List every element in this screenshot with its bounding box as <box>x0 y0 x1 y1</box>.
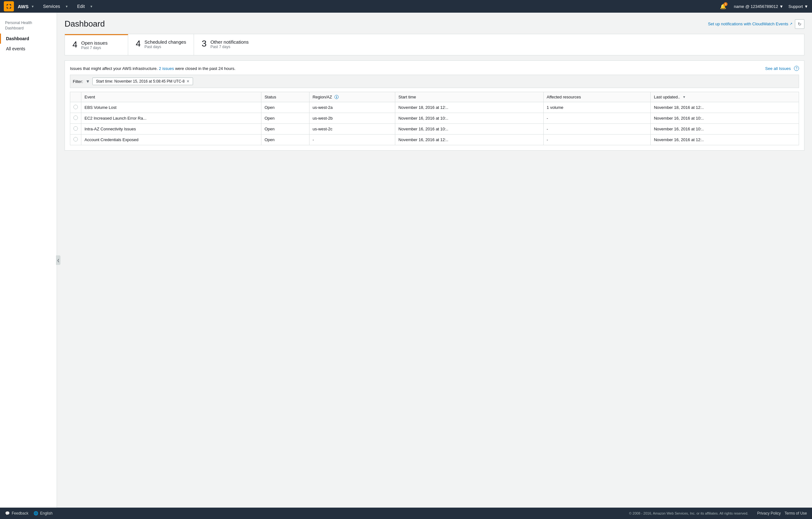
open-issues-label: Open issues <box>81 40 108 46</box>
privacy-policy-link[interactable]: Privacy Policy <box>757 511 781 516</box>
sort-icon: ▼ <box>683 95 686 99</box>
footer-copyright: © 2008 - 2016, Amazon Web Services, Inc.… <box>629 511 748 515</box>
main-content: Dashboard Set up notifications with Clou… <box>57 13 812 508</box>
bell-icon[interactable]: 🔔 1 <box>720 3 726 9</box>
scheduled-count: 4 <box>136 39 141 48</box>
row-last-updated: November 16, 2016 at 10:.. <box>650 113 799 124</box>
open-issues-count: 4 <box>72 40 78 49</box>
see-all-issues-link[interactable]: See all Issues <box>765 66 791 71</box>
main-layout: Personal Health Dashboard Dashboard All … <box>0 13 812 508</box>
sidebar-item-all-events[interactable]: All events <box>0 44 57 54</box>
services-nav[interactable]: Services <box>40 3 63 10</box>
tabs-row: 4 Open issues Past 7 days 4 Scheduled ch… <box>64 34 804 55</box>
top-nav: AWS ▼ Services ▼ Edit ▼ 🔔 1 name @ 12345… <box>0 0 812 13</box>
row-status: Open <box>261 124 309 135</box>
other-label: Other notifications <box>210 39 249 45</box>
terms-of-use-link[interactable]: Terms of Use <box>784 511 807 516</box>
row-affected[interactable]: 1 volume <box>543 102 650 113</box>
col-affected: Affected resources <box>543 92 650 102</box>
open-issues-sub: Past 7 days <box>81 46 108 50</box>
table-header-row: Event Status Region/AZ ℹ Start time Affe… <box>70 92 799 102</box>
chat-icon: 💬 <box>5 511 10 516</box>
aws-brand-arrow: ▼ <box>31 5 34 8</box>
table-row: EC2 Increased Launch Error Ra... Open us… <box>70 113 799 124</box>
footer: 💬 Feedback 🌐 English © 2008 - 2016, Amaz… <box>0 508 812 519</box>
row-last-updated: November 16, 2016 at 10:.. <box>650 124 799 135</box>
other-count: 3 <box>202 39 207 48</box>
row-status: Open <box>261 113 309 124</box>
row-event: Account Credentials Exposed <box>81 135 261 145</box>
services-arrow: ▼ <box>65 5 68 8</box>
radio-circle <box>74 105 78 109</box>
table-row: Account Credentials Exposed Open - Novem… <box>70 135 799 145</box>
radio-circle <box>74 116 78 120</box>
tab-open-issues[interactable]: 4 Open issues Past 7 days <box>65 34 128 55</box>
row-status: Open <box>261 135 309 145</box>
row-checkbox[interactable] <box>70 113 81 124</box>
closed-issues-link[interactable]: 2 issues <box>159 66 174 71</box>
tab-scheduled-changes[interactable]: 4 Scheduled changes Past days <box>128 34 194 55</box>
row-start-time: November 16, 2016 at 10:.. <box>395 113 543 124</box>
cloudwatch-link[interactable]: Set up notifications with CloudWatch Eve… <box>708 22 792 26</box>
scheduled-info: Scheduled changes Past days <box>145 39 186 49</box>
filter-bar: Filter: ▼ Start time: November 15, 2016 … <box>70 75 799 88</box>
issues-header: Issues that might affect your AWS infras… <box>70 66 799 71</box>
sidebar-collapse-button[interactable]: ❮ <box>56 255 60 265</box>
row-checkbox[interactable] <box>70 102 81 113</box>
open-issues-info: Open issues Past 7 days <box>81 40 108 50</box>
col-status: Status <box>261 92 309 102</box>
col-region: Region/AZ ℹ <box>309 92 395 102</box>
row-region: us-west-2a <box>309 102 395 113</box>
content-header: Dashboard Set up notifications with Clou… <box>64 19 804 29</box>
aws-brand: AWS <box>18 4 28 9</box>
other-info: Other notifications Past 7 days <box>210 39 249 49</box>
row-last-updated: November 18, 2016 at 12:.. <box>650 102 799 113</box>
table-row: Intra-AZ Connectivity Issues Open us-wes… <box>70 124 799 135</box>
row-last-updated: November 16, 2016 at 12:.. <box>650 135 799 145</box>
row-affected: - <box>543 135 650 145</box>
row-region: us-west-2c <box>309 124 395 135</box>
col-checkbox <box>70 92 81 102</box>
support-menu[interactable]: Support ▼ <box>789 4 808 9</box>
row-event: EC2 Increased Launch Error Ra... <box>81 113 261 124</box>
row-checkbox[interactable] <box>70 124 81 135</box>
col-last-updated[interactable]: Last updated.. ▼ <box>650 92 799 102</box>
header-actions: Set up notifications with CloudWatch Eve… <box>708 19 804 29</box>
tab-other-notifications[interactable]: 3 Other notifications Past 7 days <box>194 34 257 55</box>
radio-circle <box>74 137 78 141</box>
sidebar-item-dashboard[interactable]: Dashboard <box>0 33 57 44</box>
row-status: Open <box>261 102 309 113</box>
col-start-time: Start time <box>395 92 543 102</box>
bell-badge: 1 <box>724 2 727 6</box>
filter-remove-icon[interactable]: ✕ <box>186 79 190 84</box>
edit-arrow: ▼ <box>90 5 93 8</box>
help-icon[interactable]: ? <box>794 66 799 71</box>
row-region: - <box>309 135 395 145</box>
region-help-icon[interactable]: ℹ <box>335 95 339 99</box>
edit-nav[interactable]: Edit <box>75 3 87 10</box>
row-checkbox[interactable] <box>70 135 81 145</box>
page-title: Dashboard <box>64 19 105 29</box>
filter-icon[interactable]: ▼ <box>86 79 90 84</box>
user-menu[interactable]: name @ 123456789012 ▼ <box>734 4 784 9</box>
aws-logo[interactable] <box>4 1 14 11</box>
scheduled-label: Scheduled changes <box>145 39 186 45</box>
issues-table: Event Status Region/AZ ℹ Start time Affe… <box>70 92 799 145</box>
scheduled-sub: Past days <box>145 45 186 49</box>
row-affected: - <box>543 113 650 124</box>
filter-tag[interactable]: Start time: November 15, 2016 at 5:08:45… <box>92 78 193 85</box>
row-event: EBS Volume Lost <box>81 102 261 113</box>
filter-label: Filter: <box>73 79 83 84</box>
sidebar-title: Personal Health Dashboard <box>0 18 57 33</box>
table-row: EBS Volume Lost Open us-west-2a November… <box>70 102 799 113</box>
row-start-time: November 16, 2016 at 10:.. <box>395 124 543 135</box>
row-start-time: November 16, 2016 at 12:.. <box>395 135 543 145</box>
row-event: Intra-AZ Connectivity Issues <box>81 124 261 135</box>
language-selector[interactable]: 🌐 English <box>33 511 53 516</box>
col-event: Event <box>81 92 261 102</box>
globe-icon: 🌐 <box>33 511 38 516</box>
feedback-button[interactable]: 💬 Feedback <box>5 511 28 516</box>
refresh-button[interactable]: ↻ <box>795 19 804 29</box>
external-link-icon: ↗ <box>789 22 792 26</box>
row-affected: - <box>543 124 650 135</box>
